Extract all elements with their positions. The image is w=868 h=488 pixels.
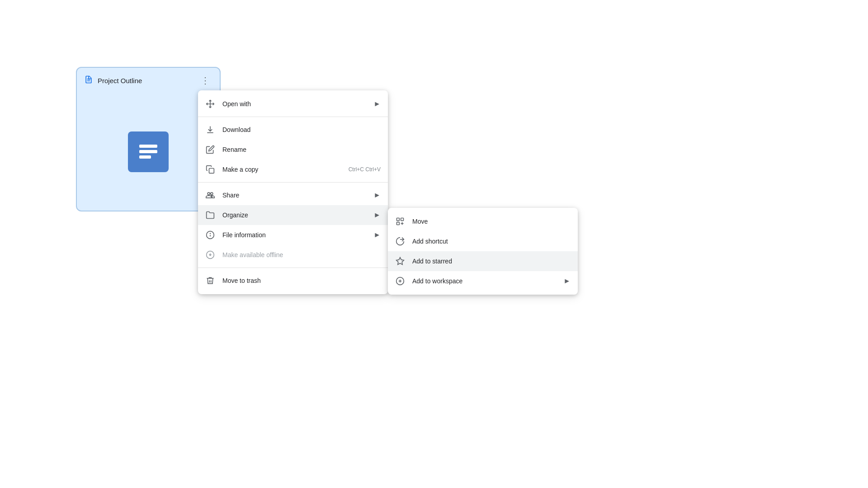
svg-rect-2 bbox=[87, 78, 89, 79]
menu-item-trash[interactable]: Move to trash bbox=[198, 271, 388, 291]
organize-icon bbox=[205, 210, 215, 220]
move-icon bbox=[395, 216, 405, 226]
menu-label-share: Share bbox=[222, 192, 366, 199]
sub-menu-item-add-starred[interactable]: Add to starred bbox=[388, 251, 578, 271]
trash-icon bbox=[205, 276, 215, 286]
menu-item-file-info[interactable]: File information ► bbox=[198, 225, 388, 245]
sub-menu-label-add-starred: Add to starred bbox=[412, 258, 571, 265]
shortcut-icon bbox=[395, 236, 405, 246]
sub-menu-item-add-workspace[interactable]: Add to workspace ► bbox=[388, 271, 578, 291]
sub-menu-item-move[interactable]: Move bbox=[388, 211, 578, 231]
sub-menu-item-add-shortcut[interactable]: Add shortcut bbox=[388, 231, 578, 251]
menu-item-rename[interactable]: Rename bbox=[198, 140, 388, 160]
menu-label-organize: Organize bbox=[222, 211, 366, 219]
more-options-button[interactable]: ⋮ bbox=[198, 73, 212, 88]
menu-item-organize[interactable]: Organize ► bbox=[198, 205, 388, 225]
file-doc-thumbnail bbox=[128, 131, 169, 172]
menu-item-offline: Make available offline bbox=[198, 245, 388, 265]
context-menu: Open with ► Download Rename Make bbox=[198, 90, 388, 294]
menu-item-download[interactable]: Download bbox=[198, 120, 388, 140]
offline-icon bbox=[205, 250, 215, 260]
arrow-icon-open-with: ► bbox=[373, 100, 381, 108]
svg-rect-1 bbox=[87, 80, 90, 81]
arrow-icon-share: ► bbox=[373, 191, 381, 199]
sub-menu-label-add-shortcut: Add shortcut bbox=[412, 238, 571, 245]
svg-rect-14 bbox=[397, 222, 400, 225]
copy-icon bbox=[205, 164, 215, 174]
menu-label-offline: Make available offline bbox=[222, 251, 381, 258]
star-icon bbox=[395, 256, 405, 266]
arrow-icon-organize: ► bbox=[373, 211, 381, 219]
menu-label-file-info: File information bbox=[222, 231, 366, 239]
svg-rect-6 bbox=[209, 169, 214, 174]
menu-item-share[interactable]: Share ► bbox=[198, 185, 388, 205]
sub-menu-label-move: Move bbox=[412, 218, 571, 225]
svg-rect-4 bbox=[139, 150, 157, 153]
svg-rect-13 bbox=[401, 218, 404, 221]
divider-2 bbox=[198, 182, 388, 183]
arrow-icon-file-info: ► bbox=[373, 231, 381, 239]
sub-menu-organize: Move Add shortcut Add to starred bbox=[388, 208, 578, 295]
svg-rect-5 bbox=[139, 155, 151, 159]
open-with-icon bbox=[205, 99, 215, 109]
sub-menu-label-add-workspace: Add to workspace bbox=[412, 277, 556, 285]
workspace-icon bbox=[395, 276, 405, 286]
svg-marker-15 bbox=[396, 258, 404, 265]
doc-header-icon bbox=[84, 75, 93, 86]
rename-icon bbox=[205, 145, 215, 155]
menu-label-trash: Move to trash bbox=[222, 277, 381, 284]
download-icon bbox=[205, 125, 215, 135]
menu-item-open-with[interactable]: Open with ► bbox=[198, 94, 388, 114]
info-icon bbox=[205, 230, 215, 240]
shortcut-make-copy: Ctrl+C Ctrl+V bbox=[349, 166, 381, 173]
arrow-icon-workspace: ► bbox=[563, 277, 571, 285]
file-card-header: Project Outline ⋮ bbox=[77, 68, 220, 93]
svg-rect-12 bbox=[397, 218, 400, 221]
svg-rect-3 bbox=[139, 145, 157, 148]
divider-1 bbox=[198, 117, 388, 117]
svg-rect-0 bbox=[87, 80, 90, 80]
menu-item-make-copy[interactable]: Make a copy Ctrl+C Ctrl+V bbox=[198, 160, 388, 179]
share-icon bbox=[205, 190, 215, 200]
file-card-title: Project Outline bbox=[98, 77, 193, 84]
menu-label-download: Download bbox=[222, 126, 381, 133]
menu-label-make-copy: Make a copy bbox=[222, 166, 341, 173]
menu-label-open-with: Open with bbox=[222, 100, 366, 108]
menu-label-rename: Rename bbox=[222, 146, 381, 153]
divider-3 bbox=[198, 267, 388, 268]
